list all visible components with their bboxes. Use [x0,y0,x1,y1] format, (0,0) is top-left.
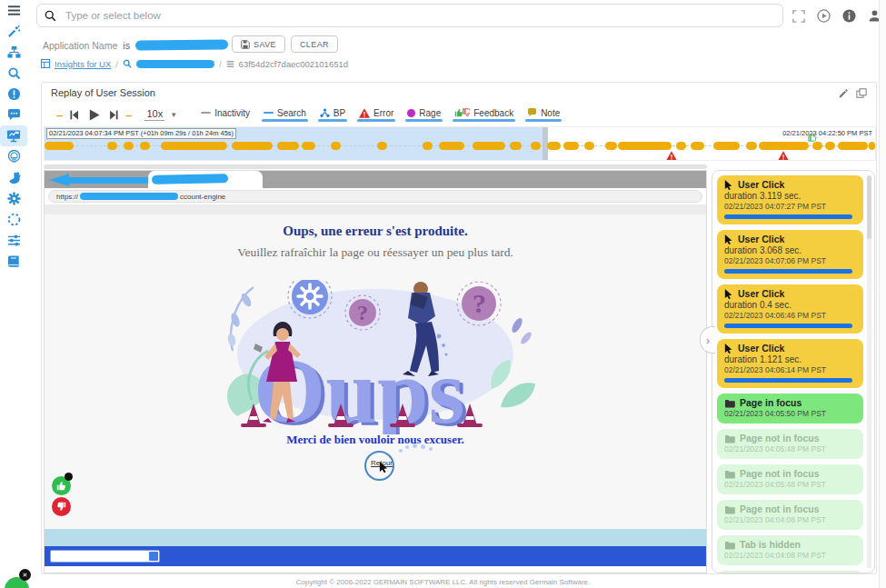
event-card[interactable]: Page not in focus02/21/2023 04:05:48 PM … [717,464,863,494]
tab1-redacted-scribble [47,173,156,187]
activity-burst [584,142,594,150]
field-action-icon [149,552,158,561]
activity-burst [618,142,672,150]
session-timeline[interactable]: 02/21/2023 04:07:34 PM PST (+01h 09m 29s… [44,126,876,161]
event-card[interactable]: Tab is hidden02/21/2023 04:04:08 PM PST [717,571,863,573]
event-card[interactable]: User Clickduration 3.119 sec.02/21/2023 … [717,175,863,224]
breadcrumb: Insights for UX / / 63f54d2cf7daec002101… [41,57,348,70]
horizontal-scrollbar[interactable] [44,164,707,169]
broadcast-icon[interactable] [0,146,27,167]
error-marker-icon[interactable] [778,151,789,161]
event-timestamp: 02/21/2023 04:05:48 PM PST [724,480,856,489]
chevron-down-icon[interactable]: ▼ [170,111,177,119]
legend-bp[interactable]: BP [320,108,345,122]
menu-icon[interactable] [0,0,27,21]
replayed-url-bar: https:// ccount-engine [48,190,702,203]
skip-end-button[interactable] [108,109,120,121]
replay-viewport: https:// ccount-engine Oups, une erreur … [44,170,707,573]
event-card[interactable]: User Clickduration 0.4 sec.02/21/2023 04… [717,284,863,334]
thumbs-down-button[interactable] [52,497,71,516]
event-card[interactable]: Page in focus02/21/2023 04:05:50 PM PST [717,394,863,424]
activity-burst [473,142,506,150]
alert-icon[interactable] [0,84,27,105]
replayed-search-field[interactable] [50,550,160,563]
legend-inactivity[interactable]: Inactivity [201,108,250,122]
svg-text:?: ? [473,288,486,318]
speed-increase-button[interactable]: – [120,108,137,122]
chat-close-badge[interactable]: ✕ [19,569,31,581]
event-duration: duration 0.4 sec. [724,300,856,311]
activity-burst [107,142,117,150]
replay-panel: Replay of User Session – – 10x ▼ Inactiv… [41,82,877,574]
event-list: User Clickduration 3.119 sec.02/21/2023 … [717,175,863,573]
event-card[interactable]: User Clickduration 3.068 sec.02/21/2023 … [717,230,863,279]
pie-chart-icon[interactable] [0,167,27,188]
activity-burst [838,142,868,150]
activity-burst [531,142,541,150]
replayed-tab-bar [45,171,706,188]
event-card[interactable]: Page not in focus02/21/2023 04:05:48 PM … [717,429,863,459]
replayed-page-lightblue-bar [45,529,706,546]
activity-burst [869,142,875,150]
legend-feedback[interactable]: Feedback [454,107,513,122]
activity-burst [277,142,299,150]
app-root: Application Name is ✕ SAVE CLEAR Insight… [0,0,886,588]
clear-button[interactable]: CLEAR [291,35,338,53]
speed-select[interactable]: 10x [144,108,164,121]
dashed-circle-icon[interactable] [0,209,27,230]
timeline-end-label: 02/21/2023 04:22:50 PM PST [782,129,872,137]
global-search-input[interactable] [64,9,775,22]
activity-burst [510,142,522,150]
event-title: User Click [738,288,784,300]
error-page-title: Oups, une erreur s'est produite. [45,224,706,239]
legend-error[interactable]: Error [359,108,393,122]
table-icon [41,59,50,68]
info-icon[interactable] [842,9,856,23]
activity-burst [140,142,150,150]
event-progress-bar [724,378,852,383]
event-progress-bar [724,324,852,328]
sliders-icon[interactable] [0,230,27,251]
book-icon[interactable] [0,251,27,272]
session-replay-icon[interactable] [0,125,27,146]
event-timestamp: 02/21/2023 04:07:27 PM PST [724,202,856,211]
legend-note[interactable]: Note [527,108,560,122]
gear-icon[interactable] [0,188,27,209]
chat-icon[interactable] [0,105,27,125]
play-button[interactable] [87,108,101,122]
edit-icon[interactable] [839,88,849,98]
event-card[interactable]: Tab is hidden02/21/2023 04:04:08 PM PST [717,535,863,565]
legend-rage[interactable]: Rage [407,108,441,122]
filter-operator: is [123,40,130,51]
error-marker-icon[interactable] [666,151,677,161]
click-indicator-circle: Retour [364,451,394,481]
event-timestamp: 02/21/2023 04:04:08 PM PST [724,551,856,560]
breadcrumb-insights-link[interactable]: Insights for UX [55,59,111,69]
activity-burst [439,142,463,150]
activity-burst [124,142,134,150]
search-nav-icon[interactable] [0,63,27,84]
url-suffix: ccount-engine [180,193,225,201]
active-tab[interactable] [148,171,263,188]
activity-burst [691,142,704,150]
oups-illustration: Oups Oups ? ? [210,280,537,434]
activity-burst [161,142,227,150]
replay-legend: InactivitySearchBPErrorRageFeedbackNote [201,107,560,122]
event-duration: duration 3.068 sec. [724,245,856,256]
fullscreen-icon[interactable] [792,10,805,23]
event-card[interactable]: Page not in focus02/21/2023 04:04:08 PM … [717,500,863,530]
sitemap-icon[interactable] [0,42,27,63]
page-scrollbar[interactable] [879,0,886,588]
export-window-icon[interactable] [856,88,867,98]
wand-icon[interactable] [0,21,27,42]
activity-burst [563,142,578,150]
play-circle-icon[interactable] [817,9,831,23]
event-title: Page not in focus [740,433,820,444]
event-card[interactable]: User Clickduration 1.121 sec.02/21/2023 … [717,339,863,388]
legend-search[interactable]: Search [264,108,306,122]
speed-decrease-button[interactable]: – [51,108,68,122]
cursor-icon [724,289,733,299]
magnifier-icon [123,59,132,68]
save-button[interactable]: SAVE [232,35,285,53]
skip-start-button[interactable] [68,109,80,121]
